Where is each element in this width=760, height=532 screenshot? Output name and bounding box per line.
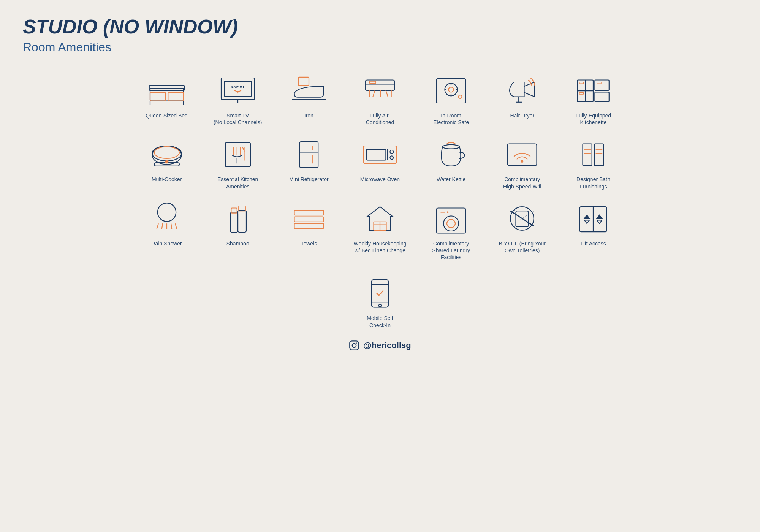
svg-point-88: [443, 216, 459, 231]
laundry-label: Complimentary Shared Laundry Facilities: [432, 240, 470, 261]
social-handle: @hericollsg: [363, 340, 411, 350]
smart-tv-icon: SMART: [217, 73, 259, 108]
svg-rect-36: [595, 92, 609, 101]
electronic-safe-icon: [430, 73, 472, 108]
svg-rect-58: [367, 149, 386, 160]
bath-label: Designer Bath Furnishings: [576, 176, 610, 190]
page-title: STUDIO (NO WINDOW): [23, 15, 737, 38]
svg-rect-5: [149, 86, 184, 90]
amenity-checkin: Mobile Self Check-In: [350, 276, 410, 328]
svg-rect-40: [580, 93, 584, 94]
amenity-air-conditioned: Fully Air- Conditioned: [346, 73, 413, 126]
svg-marker-99: [584, 220, 589, 223]
amenity-kitchen-amenities: Essential Kitchen Amenities: [204, 137, 271, 190]
mini-fridge-label: Mini Refrigerator: [289, 176, 328, 183]
svg-point-71: [157, 203, 176, 221]
svg-point-108: [356, 342, 357, 343]
svg-point-107: [352, 343, 356, 347]
svg-line-73: [162, 223, 162, 229]
svg-rect-7: [225, 81, 251, 97]
amenity-lift: Lift Access: [560, 201, 627, 261]
amenity-hair-dryer: Hair Dryer: [489, 73, 556, 126]
checkin-label: Mobile Self Check-In: [367, 315, 393, 328]
svg-rect-82: [294, 217, 323, 222]
amenity-mini-fridge: Mini Refrigerator: [275, 137, 342, 190]
svg-point-64: [521, 160, 524, 163]
air-conditioned-label: Fully Air- Conditioned: [366, 112, 394, 126]
svg-marker-98: [584, 215, 589, 218]
bath-icon: [572, 137, 614, 171]
svg-point-62: [443, 145, 459, 149]
iron-label: Iron: [304, 112, 314, 119]
svg-rect-18: [369, 81, 376, 84]
amenity-queen-bed: Queen-Sized Bed: [133, 73, 200, 126]
amenity-iron: Iron: [275, 73, 342, 126]
housekeeping-icon: [359, 201, 401, 236]
iron-icon: [288, 73, 330, 108]
svg-rect-41: [597, 82, 601, 84]
amenity-housekeeping: Weekly Housekeeping w/ Bed Linen Change: [346, 201, 413, 261]
byot-label: B.Y.O.T. (Bring Your Own Toiletries): [499, 240, 546, 254]
mini-fridge-icon: [288, 137, 330, 171]
svg-rect-53: [300, 142, 318, 168]
svg-line-76: [175, 223, 177, 229]
amenity-electronic-safe: In-Room Electronic Safe: [418, 73, 485, 126]
svg-rect-47: [225, 143, 250, 167]
kitchenette-icon: [572, 73, 614, 108]
microwave-icon: [359, 137, 401, 171]
svg-marker-100: [597, 215, 602, 218]
microwave-label: Microwave Oven: [360, 176, 400, 183]
amenity-smart-tv: SMART Smart TV (No Local Channels): [204, 73, 271, 126]
svg-point-89: [447, 219, 455, 228]
page-subtitle: Room Amenities: [23, 40, 737, 54]
wifi-icon: [501, 137, 543, 171]
kitchen-amenities-label: Essential Kitchen Amenities: [217, 176, 258, 190]
instagram-icon: [349, 340, 359, 351]
electronic-safe-label: In-Room Electronic Safe: [433, 112, 469, 126]
shampoo-label: Shampoo: [226, 240, 249, 247]
svg-line-72: [157, 223, 158, 229]
svg-rect-81: [294, 210, 323, 215]
svg-rect-83: [294, 223, 323, 228]
hair-dryer-icon: [501, 73, 543, 108]
svg-rect-39: [580, 82, 584, 84]
kettle-label: Water Kettle: [437, 176, 466, 183]
rain-shower-icon: [146, 201, 188, 236]
amenity-bath: Designer Bath Furnishings: [560, 137, 627, 190]
svg-line-22: [386, 90, 388, 97]
smart-tv-label: Smart TV (No Local Channels): [214, 112, 262, 126]
byot-icon: [501, 201, 543, 236]
amenity-laundry: Complimentary Shared Laundry Facilities: [418, 201, 485, 261]
svg-rect-1: [150, 93, 166, 101]
svg-point-25: [445, 83, 458, 96]
svg-point-91: [447, 211, 448, 213]
amenity-multi-cooker: Multi-Cooker: [133, 137, 200, 190]
lift-icon: [572, 201, 614, 236]
towels-label: Towels: [301, 240, 317, 247]
svg-rect-106: [350, 341, 359, 350]
queen-bed-icon: [146, 73, 188, 108]
kitchen-amenities-icon: [217, 137, 259, 171]
svg-rect-13: [298, 77, 309, 86]
svg-point-59: [390, 150, 393, 154]
svg-rect-78: [238, 210, 246, 232]
lift-label: Lift Access: [581, 240, 606, 247]
amenities-grid: Queen-Sized Bed SMART Smart TV (No Local…: [133, 73, 627, 261]
bottom-row: Mobile Self Check-In: [23, 276, 737, 328]
amenity-kitchenette: Fully-Equipped Kitchenette: [560, 73, 627, 126]
svg-rect-77: [230, 212, 238, 232]
svg-point-26: [449, 87, 454, 92]
svg-text:SMART: SMART: [231, 84, 244, 89]
svg-rect-66: [595, 144, 604, 166]
social-row: @hericollsg: [23, 340, 737, 351]
svg-point-46: [165, 160, 168, 164]
air-conditioned-icon: [359, 73, 401, 108]
svg-line-75: [171, 223, 172, 229]
svg-rect-35: [595, 80, 609, 91]
svg-marker-101: [597, 220, 602, 223]
multi-cooker-label: Multi-Cooker: [152, 176, 182, 183]
svg-line-20: [373, 90, 375, 97]
svg-rect-24: [437, 79, 466, 103]
towels-icon: [288, 201, 330, 236]
svg-point-31: [459, 95, 462, 98]
